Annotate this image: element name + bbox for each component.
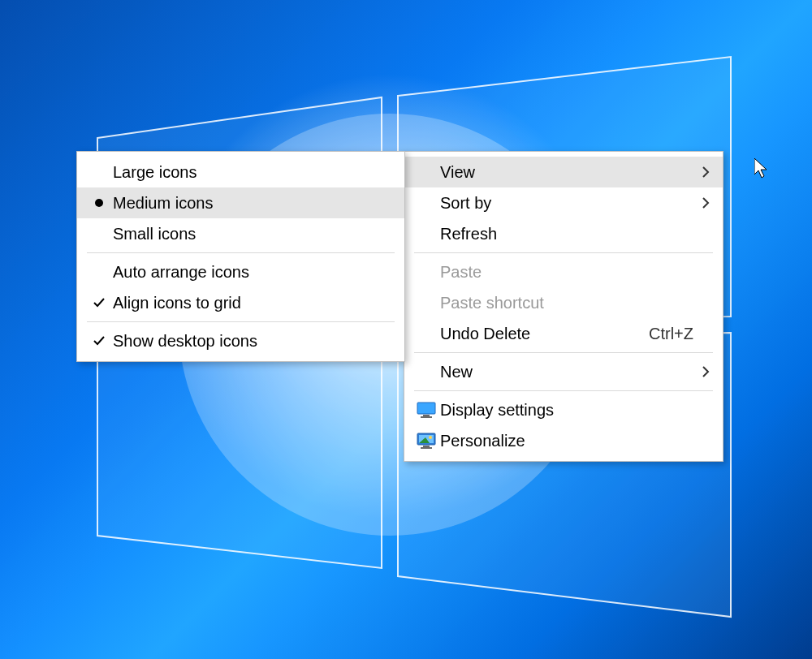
menu-item-label: Refresh xyxy=(440,225,693,243)
menu-item-label: Undo Delete xyxy=(440,325,616,343)
submenu-item-medium-icons[interactable]: Medium icons xyxy=(77,187,404,218)
menu-item-shortcut: Ctrl+Z xyxy=(649,325,693,343)
menu-item-label: Align icons to grid xyxy=(113,294,391,312)
menu-item-label: Paste xyxy=(440,263,693,282)
submenu-item-auto-arrange[interactable]: Auto arrange icons xyxy=(77,256,404,287)
menu-item-paste: Paste xyxy=(404,256,723,287)
menu-item-display-settings[interactable]: Display settings xyxy=(404,394,723,425)
chevron-right-icon xyxy=(693,366,710,377)
menu-item-label: Sort by xyxy=(440,194,693,213)
menu-item-label: Personalize xyxy=(440,432,693,450)
menu-item-undo-delete[interactable]: Undo Delete Ctrl+Z xyxy=(404,318,723,349)
menu-item-label: Medium icons xyxy=(113,194,391,213)
menu-item-label: Show desktop icons xyxy=(113,332,391,351)
svg-rect-13 xyxy=(421,447,432,449)
menu-item-new[interactable]: New xyxy=(404,356,723,387)
menu-item-personalize[interactable]: Personalize xyxy=(404,425,723,456)
submenu-item-large-icons[interactable]: Large icons xyxy=(77,157,404,187)
checkmark-icon xyxy=(85,334,113,348)
svg-marker-14 xyxy=(754,158,767,178)
menu-separator xyxy=(414,352,713,353)
menu-separator xyxy=(87,252,395,253)
menu-item-sort-by[interactable]: Sort by xyxy=(404,187,723,218)
menu-separator xyxy=(414,252,713,253)
menu-item-label: Display settings xyxy=(440,401,693,420)
radio-selected-icon xyxy=(85,199,113,207)
cursor-icon xyxy=(754,158,769,179)
menu-separator xyxy=(414,390,713,391)
menu-item-paste-shortcut: Paste shortcut xyxy=(404,287,723,318)
menu-item-label: View xyxy=(440,163,693,182)
menu-item-refresh[interactable]: Refresh xyxy=(404,218,723,249)
submenu-item-align-to-grid[interactable]: Align icons to grid xyxy=(77,287,404,318)
chevron-right-icon xyxy=(693,166,710,178)
svg-rect-12 xyxy=(423,446,430,447)
menu-item-view[interactable]: View xyxy=(404,157,723,187)
menu-item-label: Auto arrange icons xyxy=(113,263,391,282)
view-submenu: Large icons Medium icons Small icons Aut… xyxy=(76,151,405,362)
menu-separator xyxy=(87,321,395,322)
svg-point-11 xyxy=(429,436,432,439)
menu-item-label: New xyxy=(440,363,693,381)
submenu-item-show-desktop-icons[interactable]: Show desktop icons xyxy=(77,325,404,356)
monitor-color-icon xyxy=(412,433,440,449)
monitor-icon xyxy=(412,402,440,418)
submenu-item-small-icons[interactable]: Small icons xyxy=(77,218,404,249)
checkmark-icon xyxy=(85,295,113,310)
desktop-context-menu: View Sort by Refresh Paste Paste shortcu… xyxy=(404,151,723,462)
svg-rect-7 xyxy=(421,416,432,418)
menu-item-label: Paste shortcut xyxy=(440,294,693,312)
menu-item-label: Small icons xyxy=(113,225,391,243)
svg-rect-6 xyxy=(423,415,430,416)
menu-item-label: Large icons xyxy=(113,163,391,182)
svg-rect-5 xyxy=(417,403,435,414)
chevron-right-icon xyxy=(693,197,710,209)
